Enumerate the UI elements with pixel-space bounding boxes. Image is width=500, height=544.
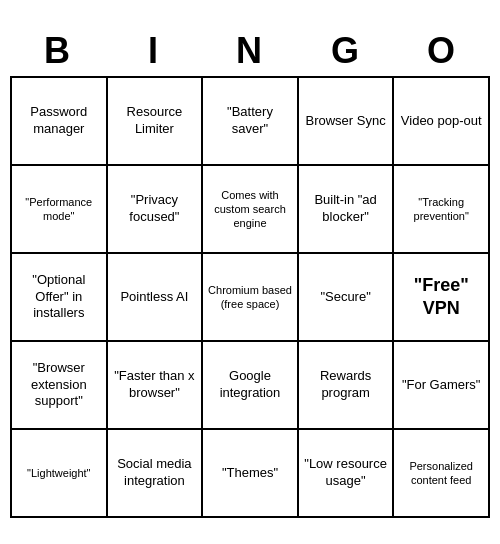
bingo-grid: Password managerResource Limiter"Battery… <box>10 76 490 518</box>
bingo-cell-24: Personalized content feed <box>394 430 490 518</box>
bingo-header-letter-g: G <box>298 26 394 76</box>
bingo-cell-10: "Optional Offer" in installers <box>12 254 108 342</box>
bingo-cell-14: "Free" VPN <box>394 254 490 342</box>
bingo-cell-20: "Lightweight" <box>12 430 108 518</box>
bingo-cell-21: Social media integration <box>108 430 204 518</box>
bingo-cell-11: Pointless AI <box>108 254 204 342</box>
bingo-cell-16: "Faster than x browser" <box>108 342 204 430</box>
bingo-header-letter-i: I <box>106 26 202 76</box>
bingo-card: BINGO Password managerResource Limiter"B… <box>10 26 490 518</box>
bingo-cell-12: Chromium based (free space) <box>203 254 299 342</box>
bingo-cell-19: "For Gamers" <box>394 342 490 430</box>
bingo-cell-9: "Tracking prevention" <box>394 166 490 254</box>
bingo-cell-17: Google integration <box>203 342 299 430</box>
bingo-cell-8: Built-in "ad blocker" <box>299 166 395 254</box>
bingo-cell-13: "Secure" <box>299 254 395 342</box>
bingo-cell-3: Browser Sync <box>299 78 395 166</box>
bingo-cell-4: Video pop-out <box>394 78 490 166</box>
bingo-cell-1: Resource Limiter <box>108 78 204 166</box>
bingo-cell-5: "Performance mode" <box>12 166 108 254</box>
bingo-cell-0: Password manager <box>12 78 108 166</box>
bingo-cell-2: "Battery saver" <box>203 78 299 166</box>
bingo-cell-6: "Privacy focused" <box>108 166 204 254</box>
bingo-header-letter-o: O <box>394 26 490 76</box>
bingo-cell-7: Comes with custom search engine <box>203 166 299 254</box>
bingo-cell-18: Rewards program <box>299 342 395 430</box>
bingo-cell-15: "Browser extension support" <box>12 342 108 430</box>
bingo-header-letter-n: N <box>202 26 298 76</box>
bingo-cell-23: "Low resource usage" <box>299 430 395 518</box>
bingo-header-letter-b: B <box>10 26 106 76</box>
bingo-header: BINGO <box>10 26 490 76</box>
bingo-cell-22: "Themes" <box>203 430 299 518</box>
